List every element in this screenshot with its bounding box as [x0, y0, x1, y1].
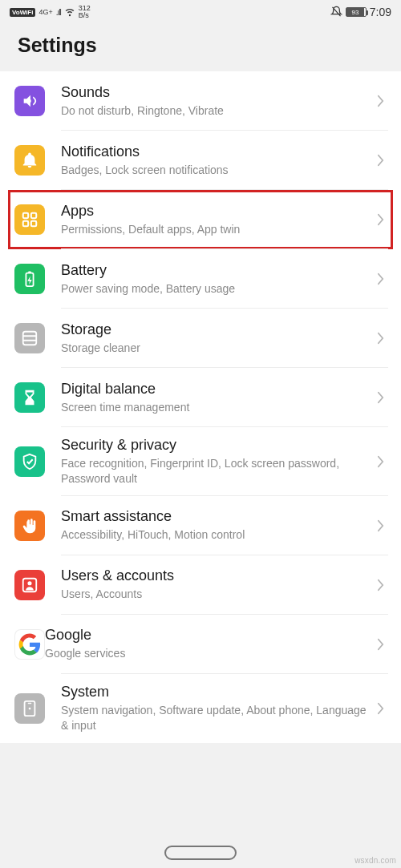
row-text: Smart assistance Accessibility, HiTouch,…	[61, 508, 372, 543]
settings-row-system[interactable]: System System navigation, Software updat…	[0, 674, 401, 743]
grid-icon	[14, 204, 45, 235]
row-subtitle: Accessibility, HiTouch, Motion control	[61, 527, 372, 543]
google-icon	[14, 629, 45, 660]
settings-row-apps[interactable]: Apps Permissions, Default apps, App twin	[0, 190, 401, 249]
row-title: Users & accounts	[61, 567, 372, 584]
chevron-right-icon	[372, 636, 388, 652]
settings-row-notifications[interactable]: Notifications Badges, Lock screen notifi…	[0, 131, 401, 190]
hourglass-icon	[14, 382, 45, 413]
storage-icon	[14, 323, 45, 353]
settings-row-google[interactable]: Google Google services	[0, 615, 401, 674]
row-title: Notifications	[61, 143, 372, 160]
row-title: Storage	[61, 321, 372, 338]
bell-icon	[14, 145, 45, 176]
row-subtitle: Users, Accounts	[61, 587, 372, 602]
chevron-right-icon	[372, 152, 388, 168]
settings-row-storage[interactable]: Storage Storage cleaner	[0, 309, 401, 368]
row-text: Notifications Badges, Lock screen notifi…	[61, 143, 372, 178]
row-title: Battery	[61, 262, 372, 279]
row-text: Security & privacy Face recognition, Fin…	[61, 437, 372, 486]
volume-icon	[14, 86, 45, 116]
row-text: Users & accounts Users, Accounts	[61, 567, 372, 602]
row-title: Digital balance	[61, 381, 372, 398]
network-speed: 312 B/s	[79, 5, 91, 19]
row-text: Battery Power saving mode, Battery usage	[61, 262, 372, 297]
settings-row-users[interactable]: Users & accounts Users, Accounts	[0, 555, 401, 615]
nav-pill[interactable]	[164, 846, 237, 860]
row-subtitle: Do not disturb, Ringtone, Vibrate	[61, 103, 372, 119]
chevron-right-icon	[372, 271, 388, 287]
row-text: Digital balance Screen time management	[61, 381, 372, 415]
battery-icon: 93	[346, 7, 367, 17]
settings-row-sounds[interactable]: Sounds Do not disturb, Ringtone, Vibrate	[0, 71, 401, 131]
row-text: Apps Permissions, Default apps, App twin	[61, 203, 372, 237]
row-title: Security & privacy	[61, 437, 372, 454]
page-title: Settings	[0, 24, 401, 71]
status-bar: VoWiFi 4G+ .ıll 312 B/s 93 7:09	[0, 0, 401, 24]
chevron-right-icon	[372, 577, 388, 593]
row-text: Google Google services	[45, 627, 372, 661]
chevron-right-icon	[372, 454, 388, 470]
settings-row-battery[interactable]: Battery Power saving mode, Battery usage	[0, 249, 401, 309]
row-text: System System navigation, Software updat…	[61, 684, 372, 733]
watermark: wsxdn.com	[354, 856, 396, 865]
row-title: Sounds	[61, 84, 372, 101]
network-type: 4G+	[38, 8, 52, 16]
row-subtitle: Google services	[45, 646, 372, 661]
shield-icon	[14, 446, 45, 477]
signal-icon: .ıll	[56, 8, 61, 17]
row-title: Google	[45, 627, 372, 644]
settings-row-digital-balance[interactable]: Digital balance Screen time management	[0, 368, 401, 427]
row-title: Apps	[61, 203, 372, 220]
settings-list: Sounds Do not disturb, Ringtone, Vibrate…	[0, 71, 401, 743]
battery-icon	[14, 264, 45, 294]
chevron-right-icon	[372, 212, 388, 228]
row-text: Storage Storage cleaner	[61, 321, 372, 356]
vowifi-badge: VoWiFi	[10, 8, 35, 17]
chevron-right-icon	[372, 330, 388, 346]
row-subtitle: Screen time management	[61, 400, 372, 415]
chevron-right-icon	[372, 518, 388, 534]
settings-row-smart-assist[interactable]: Smart assistance Accessibility, HiTouch,…	[0, 496, 401, 555]
person-icon	[14, 570, 45, 600]
chevron-right-icon	[372, 390, 388, 406]
row-text: Sounds Do not disturb, Ringtone, Vibrate	[61, 84, 372, 119]
row-title: System	[61, 684, 372, 700]
row-subtitle: Storage cleaner	[61, 341, 372, 356]
battery-percent: 93	[346, 8, 364, 16]
clock: 7:09	[370, 6, 391, 18]
row-subtitle: Power saving mode, Battery usage	[61, 281, 372, 297]
chevron-right-icon	[372, 93, 388, 109]
system-icon	[14, 693, 45, 724]
status-left: VoWiFi 4G+ .ıll 312 B/s	[10, 5, 91, 19]
settings-row-security[interactable]: Security & privacy Face recognition, Fin…	[0, 427, 401, 496]
row-title: Smart assistance	[61, 508, 372, 525]
hand-icon	[14, 511, 45, 541]
row-subtitle: Permissions, Default apps, App twin	[61, 222, 372, 237]
status-right: 93 7:09	[330, 6, 391, 19]
row-subtitle: Badges, Lock screen notifications	[61, 163, 372, 178]
chevron-right-icon	[372, 700, 388, 717]
row-subtitle: System navigation, Software update, Abou…	[61, 703, 372, 733]
row-subtitle: Face recognition, Fingerprint ID, Lock s…	[61, 456, 372, 486]
mute-icon	[330, 6, 342, 19]
wifi-icon	[64, 6, 75, 18]
